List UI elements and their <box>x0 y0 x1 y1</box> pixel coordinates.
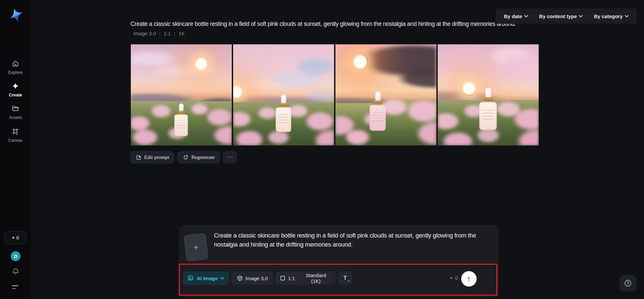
sparkle-icon: ✦ <box>450 276 453 281</box>
ratio-quality-chip[interactable]: 1:1 Standard (1K) <box>275 271 336 285</box>
generated-image-2[interactable] <box>233 44 334 145</box>
filter-by-category[interactable]: By category <box>594 13 629 19</box>
meta-quality: 1K <box>178 31 184 36</box>
sidebar-item-explore[interactable]: Explore <box>0 60 31 75</box>
meta-model: Image 3.0 <box>133 31 156 36</box>
folder-icon <box>12 105 19 112</box>
meta-ratio: 1:1 <box>164 31 171 36</box>
canvas-frame-icon <box>12 128 19 135</box>
avatar-letter: D <box>14 254 17 259</box>
mode-label: AI Image <box>197 275 218 281</box>
generated-image-4[interactable] <box>438 44 539 145</box>
bottle-art <box>275 94 292 132</box>
divider: | <box>174 31 175 36</box>
collapse-menu-icon[interactable] <box>12 285 19 290</box>
cost-value: 0 <box>455 275 458 281</box>
sidebar-item-create[interactable]: Create <box>0 82 31 98</box>
model-cube-icon <box>237 275 243 281</box>
add-reference-image-button[interactable]: + <box>184 233 208 261</box>
generate-submit-button[interactable]: ↑ <box>461 271 477 287</box>
credits-badge[interactable]: ✦ 0 <box>4 231 26 244</box>
generated-image-grid <box>131 44 539 145</box>
quality-label: Standard (1K) <box>301 272 331 284</box>
filter-by-date[interactable]: By date <box>504 13 528 19</box>
chevron-down-icon <box>625 15 629 17</box>
bottle-art <box>478 88 497 130</box>
ellipsis-icon: ··· <box>227 155 233 160</box>
model-label: Image 3.0 <box>246 275 268 281</box>
edit-prompt-label: Edit prompt <box>144 154 169 160</box>
sidebar-item-label: Create <box>9 93 22 97</box>
sidebar-item-label: Assets <box>9 115 22 120</box>
sparkle-icon: ✦ <box>12 236 15 240</box>
generation-meta: Image 3.0 | 1:1 | 1K <box>133 31 185 36</box>
generated-image-1[interactable] <box>131 44 232 145</box>
bottle-art <box>174 103 189 136</box>
divider: | <box>159 31 160 36</box>
more-options-button[interactable]: ··· <box>223 151 237 164</box>
credits-value: 0 <box>16 235 19 241</box>
ai-image-icon <box>188 275 194 282</box>
composer-prompt-input[interactable]: Create a classic skincare bottle resting… <box>214 231 492 249</box>
text-style-icon: T,, <box>343 275 347 281</box>
question-icon <box>624 279 632 287</box>
filter-by-content-type[interactable]: By content type <box>539 13 583 19</box>
divider <box>533 14 534 18</box>
sidebar: Explore Create Assets Canvas ✦ 0 D <box>0 0 31 299</box>
edit-prompt-button[interactable]: Edit prompt <box>130 151 174 164</box>
chevron-down-icon <box>524 15 528 17</box>
filter-label: By category <box>594 13 623 19</box>
regenerate-label: Regenerate <box>191 154 215 160</box>
generation-actions: Edit prompt Regenerate ··· <box>130 151 237 164</box>
prompt-composer: + Create a classic skincare bottle resti… <box>179 225 499 297</box>
chevron-down-icon <box>579 15 583 17</box>
up-arrow-icon: ↑ <box>467 274 471 283</box>
home-icon <box>12 60 19 67</box>
filter-label: By date <box>504 13 522 19</box>
regenerate-icon <box>183 155 189 160</box>
prompt-style-chip[interactable]: T,, <box>338 271 352 285</box>
ratio-label: 1:1 <box>288 275 295 281</box>
composer-toolbar: AI Image Image 3.0 1:1 Standard (1K) T,, <box>183 271 352 285</box>
mode-selector-chip[interactable]: AI Image <box>183 271 229 285</box>
model-selector-chip[interactable]: Image 3.0 <box>231 271 273 285</box>
generated-image-3[interactable] <box>335 44 436 145</box>
bottle-art <box>369 92 387 131</box>
sidebar-item-assets[interactable]: Assets <box>0 105 31 120</box>
notifications-bell-icon[interactable] <box>12 267 19 275</box>
sidebar-item-label: Canvas <box>8 138 23 143</box>
diamond-icon <box>12 82 19 90</box>
divider <box>588 14 588 18</box>
sidebar-item-canvas[interactable]: Canvas <box>0 128 31 143</box>
help-button[interactable] <box>620 275 636 292</box>
generation-cost: ✦ 0 <box>450 275 458 281</box>
avatar[interactable]: D <box>11 251 20 261</box>
chevron-down-icon <box>220 277 224 280</box>
filter-label: By content type <box>539 13 577 19</box>
regenerate-button[interactable]: Regenerate <box>177 151 220 164</box>
divider <box>298 276 298 281</box>
sidebar-item-label: Explore <box>8 70 22 75</box>
dreamina-logo-icon[interactable] <box>9 7 24 23</box>
edit-icon <box>136 155 142 160</box>
square-ratio-icon <box>280 275 285 281</box>
filter-bar: By date By content type By category <box>496 8 637 24</box>
plus-icon: + <box>193 242 199 253</box>
